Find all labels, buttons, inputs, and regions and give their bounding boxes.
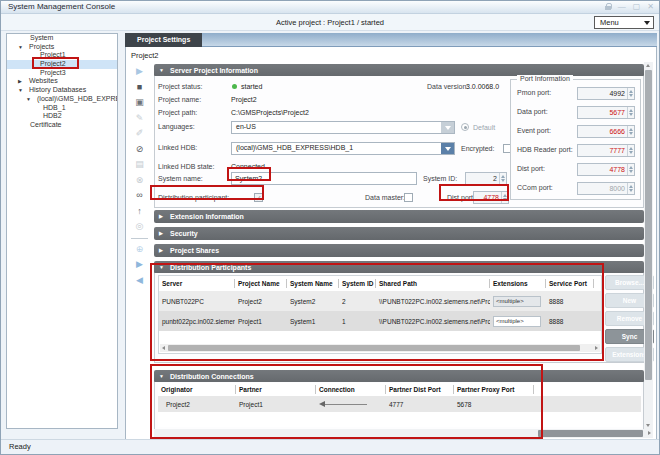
section-security[interactable]: ▶Security: [154, 227, 644, 240]
pmon-port-stepper[interactable]: 4992: [577, 87, 635, 100]
dist-port-stepper[interactable]: 4778: [473, 191, 509, 204]
participant-row[interactable]: PUNBT022PC Project2 System2 2 \\PUNBT022…: [159, 291, 601, 311]
connection-row[interactable]: Project2 Project1 4777 5678: [158, 396, 641, 412]
scrollbar-thumb[interactable]: [168, 345, 580, 351]
start-icon[interactable]: ▶: [132, 64, 148, 79]
default-radio[interactable]: [461, 123, 469, 131]
upgrade-icon[interactable]: ↑: [132, 204, 148, 219]
delete-icon[interactable]: ⊗: [132, 173, 148, 188]
col-service-port[interactable]: Service Port: [546, 279, 594, 288]
rename-icon[interactable]: ✐: [132, 126, 148, 141]
deactivate-icon[interactable]: ◀: [132, 273, 148, 288]
tree-item-websites[interactable]: ▶Websites: [7, 77, 117, 86]
col-partner[interactable]: Partner: [236, 385, 316, 394]
window-title: System Management Console: [8, 2, 115, 11]
expand-arrow-icon[interactable]: ▼: [16, 86, 29, 95]
system-id-value: 2: [466, 173, 499, 184]
add-icon[interactable]: ⊕: [132, 242, 148, 257]
minimize-button[interactable]: —: [618, 3, 626, 11]
tree-item-projects[interactable]: ▼Projects: [7, 43, 117, 52]
extensions-combobox[interactable]: <multiple>: [493, 296, 541, 307]
stop-icon[interactable]: ■: [132, 80, 148, 95]
tree-item-local-gms-hdb-express[interactable]: ▼(local)\GMS_HDB_EXPRESS: [7, 95, 117, 104]
data-port-stepper[interactable]: 5677: [577, 106, 635, 119]
participants-horizontal-scrollbar[interactable]: [160, 344, 600, 352]
distribution-participant-label: Distribution participant:: [158, 191, 229, 204]
menu-dropdown[interactable]: Menu: [594, 16, 654, 29]
project-name-label: Project name:: [158, 93, 201, 106]
maximize-button[interactable]: ▢: [633, 3, 641, 11]
col-system-id[interactable]: System ID: [339, 279, 376, 288]
participant-row[interactable]: punbt022pc.in002.siemer Project1 System1…: [159, 311, 601, 331]
expand-arrow-icon[interactable]: ▼: [24, 95, 37, 104]
col-connection[interactable]: Connection: [316, 385, 386, 394]
dist-port-info-stepper[interactable]: 4778: [577, 163, 635, 176]
tree-item-certificate[interactable]: Certificate: [7, 121, 117, 130]
col-partner-dist-port[interactable]: Partner Dist Port: [386, 385, 454, 394]
scroll-left-icon[interactable]: [162, 346, 165, 350]
main-vertical-scrollbar[interactable]: [644, 62, 653, 429]
tree-item-history-databases[interactable]: ▼History Databases: [7, 86, 117, 95]
project-path-label: Project path:: [158, 106, 197, 119]
stepper-arrows-icon[interactable]: [627, 164, 634, 175]
scroll-right-icon[interactable]: [595, 346, 598, 350]
distribution-participant-checkbox[interactable]: ✓: [254, 193, 263, 202]
scroll-down-icon[interactable]: [646, 424, 650, 427]
distribution-participants-body: Server Project Name System Name System I…: [154, 273, 644, 363]
link-hdb-icon[interactable]: ∞: [132, 188, 148, 203]
chevron-down-icon[interactable]: [441, 143, 454, 154]
tree-item-project1[interactable]: Project1: [7, 51, 117, 60]
expand-arrow-icon[interactable]: ▼: [16, 43, 29, 52]
col-extensions[interactable]: Extensions: [490, 279, 546, 288]
participants-table-header: Server Project Name System Name System I…: [159, 276, 601, 291]
section-project-shares[interactable]: ▶Project Shares: [154, 244, 644, 257]
save-icon[interactable]: ▤: [132, 157, 148, 172]
menu-dropdown-label: Menu: [595, 18, 641, 27]
col-originator[interactable]: Originator: [158, 385, 236, 394]
close-button[interactable]: ✕: [647, 3, 654, 11]
tree-item-project2[interactable]: Project2: [7, 60, 117, 69]
scrollbar-thumb[interactable]: [645, 70, 652, 380]
system-name-field[interactable]: System2: [231, 172, 417, 185]
col-partner-proxy-port[interactable]: Partner Proxy Port: [454, 385, 534, 394]
connections-table: Originator Partner Connection Partner Di…: [158, 383, 641, 427]
activate-icon[interactable]: ▶: [132, 257, 148, 272]
stepper-arrows-icon[interactable]: [627, 107, 634, 118]
settings-content: ▼Server Project Information Project stat…: [154, 64, 644, 434]
stepper-arrows-icon[interactable]: [627, 183, 634, 194]
stepper-arrows-icon[interactable]: [627, 126, 634, 137]
expand-arrow-icon[interactable]: ▶: [16, 77, 29, 86]
tree-item-project3[interactable]: Project3: [7, 69, 117, 78]
stepper-arrows-icon[interactable]: [627, 145, 634, 156]
col-server[interactable]: Server: [159, 279, 235, 288]
scrollbar-thumb[interactable]: [538, 430, 643, 437]
col-system-name[interactable]: System Name: [287, 279, 339, 288]
pin-icon[interactable]: ◎: [132, 219, 148, 234]
linked-hdb-dropdown[interactable]: (local)\GMS_HDB_EXPRESS\HDB_1: [231, 142, 455, 155]
section-extension-information[interactable]: ▶Extension Information: [154, 210, 644, 223]
tab-project-settings[interactable]: Project Settings: [125, 33, 202, 47]
languages-dropdown[interactable]: en-US: [231, 121, 455, 134]
ccom-port-stepper[interactable]: 8000: [577, 182, 635, 195]
tree-item-system[interactable]: System: [7, 34, 117, 43]
scroll-up-icon[interactable]: [646, 64, 650, 67]
scroll-right-icon[interactable]: [648, 431, 651, 435]
stepper-arrows-icon[interactable]: [501, 192, 508, 203]
stepper-arrows-icon[interactable]: [627, 88, 634, 99]
tree-item-hdb1[interactable]: HDB_1: [7, 104, 117, 113]
edit-icon[interactable]: ✎: [132, 111, 148, 126]
stepper-arrows-icon[interactable]: [499, 173, 506, 184]
event-port-stepper[interactable]: 6666: [577, 125, 635, 138]
chevron-down-icon[interactable]: [441, 122, 454, 133]
tree-item-hdb2[interactable]: HDB2: [7, 112, 117, 121]
status-started-icon: [232, 84, 237, 89]
unlink-hdb-icon[interactable]: ⊘: [132, 142, 148, 157]
copy-project-icon[interactable]: ▣: [132, 95, 148, 110]
main-horizontal-scrollbar[interactable]: [154, 429, 653, 438]
hdb-reader-port-stepper[interactable]: 7777: [577, 144, 635, 157]
extensions-combobox[interactable]: <multiple>: [493, 316, 541, 327]
col-project-name[interactable]: Project Name: [235, 279, 287, 288]
system-id-stepper[interactable]: 2: [465, 172, 507, 185]
col-shared-path[interactable]: Shared Path: [376, 279, 490, 288]
data-master-checkbox[interactable]: [404, 193, 413, 202]
